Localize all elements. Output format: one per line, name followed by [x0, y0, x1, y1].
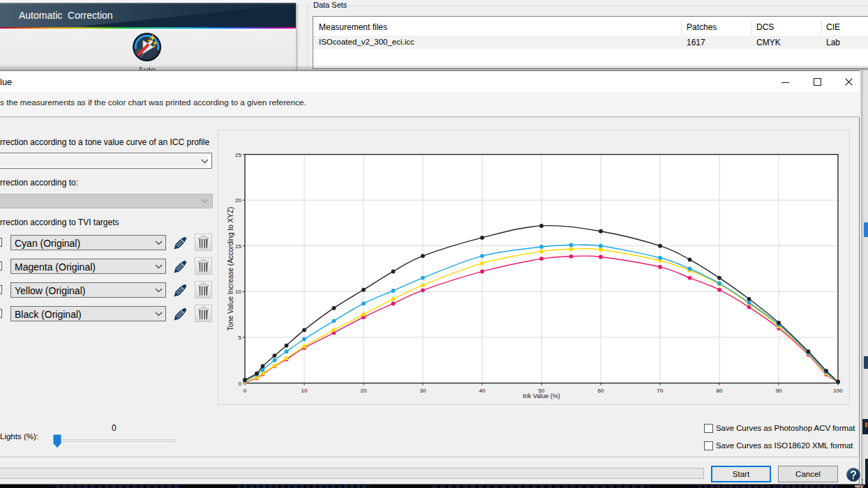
svg-text:20: 20 — [361, 388, 367, 394]
svg-text:20: 20 — [235, 197, 241, 204]
svg-text:90: 90 — [776, 388, 782, 394]
svg-text:Tone Value Increase (According: Tone Value Increase (According to XYZ) — [227, 207, 234, 331]
svg-text:25: 25 — [235, 152, 241, 158]
svg-text:70: 70 — [657, 388, 664, 394]
svg-text:15: 15 — [235, 243, 241, 250]
svg-text:30: 30 — [420, 388, 426, 394]
svg-text:80: 80 — [717, 388, 723, 394]
svg-text:60: 60 — [598, 388, 604, 394]
svg-text:5: 5 — [239, 335, 242, 341]
svg-text:100: 100 — [833, 388, 843, 394]
svg-text:10: 10 — [235, 289, 241, 295]
svg-text:Ink Value (%): Ink Value (%) — [523, 392, 560, 399]
svg-text:10: 10 — [301, 388, 308, 394]
svg-text:0: 0 — [244, 388, 247, 394]
svg-text:40: 40 — [479, 388, 486, 394]
svg-text:0: 0 — [239, 381, 242, 387]
